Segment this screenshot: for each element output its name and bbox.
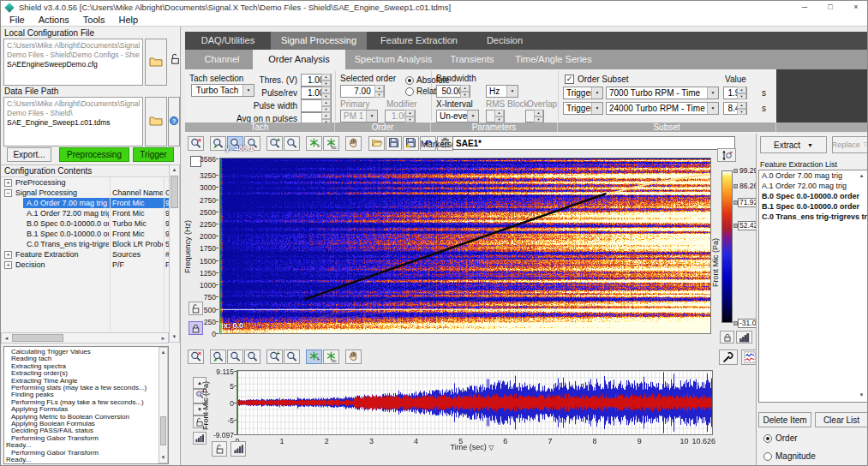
subtab-channel[interactable]: Channel <box>191 50 253 69</box>
overlap-spin-buttons[interactable]: ▲▼ <box>534 110 543 122</box>
subset-end-source-dropdown[interactable]: 24000 Turbo RPM - Time▼ <box>606 102 719 115</box>
modifier-spin-buttons[interactable]: ▲▼ <box>405 110 415 122</box>
subtab-transients[interactable]: Transients <box>441 50 503 69</box>
menu-actions[interactable]: Actions <box>32 14 76 26</box>
scroll-up-icon[interactable]: ▲ <box>857 171 866 181</box>
browse-config-button[interactable] <box>145 39 167 86</box>
tab-decision[interactable]: Decision <box>471 32 538 50</box>
colorbar-scale-button[interactable] <box>736 331 752 344</box>
tree-expander-icon[interactable]: + <box>4 179 12 187</box>
subtab-order-analysis[interactable]: Order Analysis <box>253 50 345 69</box>
tree-row[interactable]: −Signal ProcessingChannel NameO <box>1 188 169 198</box>
marker-label-button[interactable]: bc <box>323 350 339 364</box>
subtab-spectrum-analysis[interactable]: Spectrum Analysis <box>345 50 441 69</box>
zoom-previous-button[interactable] <box>210 136 226 151</box>
rmsblock-spin-buttons[interactable]: ▲▼ <box>494 110 504 122</box>
zoom-previous-button[interactable] <box>210 350 226 364</box>
tree-expander-icon[interactable]: − <box>4 189 12 197</box>
colorbar-handle[interactable] <box>733 169 738 173</box>
colorbar-handle[interactable] <box>733 184 738 188</box>
feature-list-item[interactable]: A.1 Order 72.00 mag trig <box>759 181 867 191</box>
export-button[interactable]: Export... <box>7 147 51 162</box>
tree-row[interactable]: +DecisionP/FF <box>1 260 169 270</box>
zoom-dynamic-button[interactable] <box>284 136 300 151</box>
clear-list-button[interactable]: Clear List <box>815 412 868 427</box>
waveform-scale-button-2[interactable] <box>230 441 246 457</box>
open-markerset-button[interactable] <box>368 136 385 151</box>
tree-row[interactable]: A.0 Order 7.00 mag trigFront Mic9: <box>1 198 169 208</box>
relative-radio[interactable] <box>405 87 414 96</box>
spectrogram-plot[interactable] <box>219 158 711 334</box>
feature-list-item[interactable]: B.0 Spec 0.0-10000.0 order <box>759 191 867 201</box>
scroll-down-icon[interactable]: ▼ <box>159 453 168 463</box>
tree-row[interactable]: B.0 Spec 0.0-10000.0 orderTurbo Mic9: <box>1 218 169 229</box>
browse-data-button[interactable] <box>145 97 167 146</box>
tree-expander-icon[interactable]: + <box>4 261 12 269</box>
unlock-config-icon[interactable] <box>169 52 182 68</box>
maximize-button[interactable]: □ <box>817 1 843 14</box>
save-markerset-button[interactable] <box>386 136 402 151</box>
close-button[interactable]: × <box>843 1 868 14</box>
tree-hscrollbar[interactable]: ◄ ► <box>1 332 169 344</box>
feature-extraction-list[interactable]: A.0 Order 7.00 mag trigA.1 Order 72.00 m… <box>758 170 868 403</box>
tree-row[interactable]: C.0 Trans_ens trig-trigrevs tBlock LR Pr… <box>1 239 169 249</box>
tree-expander-icon[interactable]: + <box>4 251 12 259</box>
spectrogram-lock-button[interactable] <box>189 321 203 335</box>
absolute-radio[interactable] <box>405 76 414 85</box>
scroll-up-icon[interactable]: ▲ <box>159 348 168 357</box>
menu-file[interactable]: File <box>3 14 32 26</box>
menu-help[interactable]: Help <box>112 14 146 26</box>
replace-button[interactable]: Replace▽ <box>832 136 868 153</box>
magnitude-radio[interactable] <box>763 452 772 461</box>
xinterval-dropdown[interactable]: Un-even▼ <box>436 110 479 122</box>
pulsewidth-spin-buttons[interactable]: ▲▼ <box>321 99 331 112</box>
zoom-window-button[interactable] <box>227 350 243 364</box>
selected-order-spin-buttons[interactable]: ▲▼ <box>374 85 384 98</box>
subset-start-source-dropdown[interactable]: 7000 Turbo RPM - Time▼ <box>606 87 719 99</box>
bandwidth-unit-dropdown[interactable]: Hz▼ <box>486 85 518 98</box>
log-scrollbar[interactable]: ▲ ▼ <box>159 347 168 463</box>
waveform-plot[interactable] <box>236 370 713 435</box>
tab-daq-utilities[interactable]: DAQ/Utilities <box>185 32 271 50</box>
minimize-button[interactable]: ─ <box>792 1 817 14</box>
zoom-in-button[interactable]: + <box>266 136 283 151</box>
order-radio[interactable] <box>763 434 772 443</box>
pan-button[interactable] <box>345 350 362 364</box>
feature-list-item[interactable]: B.1 Spec 0.0-10000.0 order <box>759 201 867 212</box>
status-log[interactable]: Calculating Trigger ValuesReading tachEx… <box>3 346 169 464</box>
primary-dropdown[interactable]: PM 1▼ <box>340 110 378 122</box>
menu-tools[interactable]: Tools <box>76 14 112 26</box>
subset-start-mode-dropdown[interactable]: Trigger▼ <box>563 87 603 99</box>
subset-end-mode-dropdown[interactable]: Trigger▼ <box>563 102 603 115</box>
waveform-settings-button[interactable] <box>719 350 738 365</box>
zoom-out-button[interactable] <box>244 350 260 364</box>
config-tree[interactable]: +PreProcessing−Signal ProcessingChannel … <box>1 177 169 332</box>
scroll-up-icon[interactable]: ▲ <box>170 165 179 175</box>
thres-spin-buttons[interactable]: ▲▼ <box>321 74 331 87</box>
colorbar-gradient[interactable] <box>721 170 733 323</box>
marker-add-button[interactable]: + <box>306 136 322 151</box>
pan-button[interactable] <box>345 136 362 151</box>
tree-row[interactable]: B.1 Spec 0.0-10000.0 orderFront Mic9: <box>1 229 169 239</box>
feature-list-item[interactable]: C.0 Trans_ens trig-trigrevs trig <box>759 212 867 222</box>
cursor-readout-button[interactable]: × <box>717 148 736 162</box>
order-subset-checkbox[interactable]: ✓ <box>565 75 574 84</box>
subtab-time-angle-series[interactable]: Time/Angle Series <box>503 50 604 69</box>
tree-row[interactable]: +PreProcessing <box>1 177 169 188</box>
bandwidth-spin-buttons[interactable]: ▲▼ <box>460 85 470 98</box>
marker-delete-button[interactable]: × <box>188 136 204 151</box>
spectrogram-unlock-button[interactable] <box>189 302 203 315</box>
tree-row[interactable]: +Feature ExtractionSources# <box>1 249 169 260</box>
scroll-thumb[interactable] <box>160 416 166 445</box>
pulserev-spin-buttons[interactable]: ▲▼ <box>321 87 331 99</box>
subset-start-spin-buttons[interactable]: ▲▼ <box>737 87 746 99</box>
extract-button[interactable]: Extract▼ <box>760 136 827 153</box>
tab-signal-processing[interactable]: Signal Processing <box>271 32 367 50</box>
preprocessing-button[interactable]: Preprocessing <box>59 147 129 162</box>
colorbar-lock-button[interactable] <box>720 331 734 344</box>
marker-delete-button[interactable]: × <box>188 350 204 364</box>
data-file-path[interactable]: C:\Users\Mike Albright\Documents\Signal.… <box>3 97 143 146</box>
tree-vscrollbar[interactable]: ▲ ▼ <box>169 164 180 343</box>
data-info-button[interactable]: ? <box>168 97 180 146</box>
scroll-thumb[interactable] <box>12 334 63 342</box>
